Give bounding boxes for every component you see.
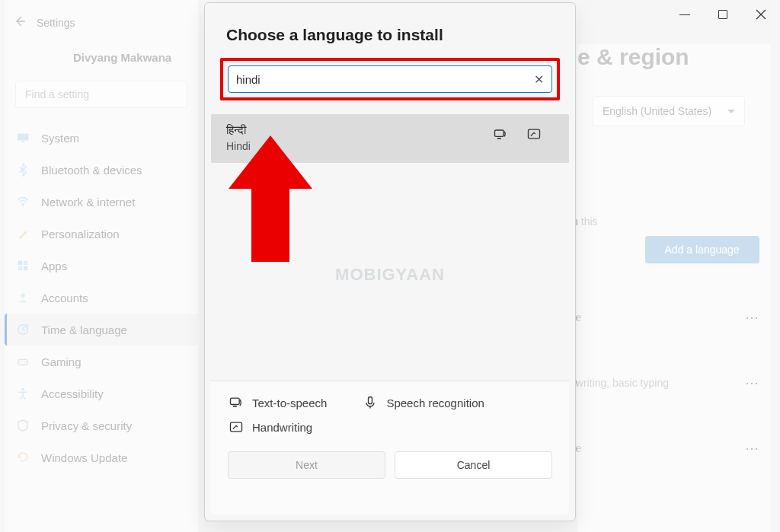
sidebar-item-personalization[interactable]: Personalization [5,218,198,250]
clear-search-button[interactable]: ✕ [534,72,544,87]
chevron-down-icon [727,110,735,113]
svg-rect-6 [24,266,27,270]
sidebar-item-label: Windows Update [41,451,127,464]
search-input-value: hindi [236,73,261,86]
bluetooth-icon [15,162,30,177]
brush-icon [15,226,30,241]
add-language-button[interactable]: Add a language [645,236,759,263]
svg-rect-4 [24,261,27,265]
handwriting-icon [228,419,245,435]
accounts-icon [15,290,30,305]
svg-point-12 [24,362,26,363]
sidebar-item-apps[interactable]: Apps [5,250,198,282]
language-result-hindi[interactable]: हिन्दी Hindi [211,114,569,163]
sidebar-item-label: Time & language [41,323,127,336]
sidebar-item-label: Gaming [41,355,82,368]
sidebar-item-label: Bluetooth & devices [41,164,142,177]
language-row[interactable]: dwriting, basic typing ⋯ [577,370,771,396]
more-button[interactable]: ⋯ [739,370,765,396]
sidebar-item-gaming[interactable]: Gaming [5,346,198,377]
sidebar-item-time-language[interactable]: Time & language [5,314,198,346]
svg-rect-17 [231,398,240,404]
wifi-icon [15,194,30,209]
svg-point-2 [22,205,24,206]
svg-rect-19 [369,397,372,404]
gaming-icon [15,354,30,369]
page-title: e & region [577,44,771,70]
shield-icon [15,418,30,433]
clock-icon [15,322,30,337]
sidebar-item-label: Personalization [41,228,120,241]
svg-rect-10 [18,359,28,365]
cancel-button[interactable]: Cancel [395,451,552,479]
sidebar-item-accessibility[interactable]: Accessibility [5,377,198,409]
apps-icon [15,258,30,273]
svg-rect-15 [497,138,501,139]
microphone-icon [362,395,379,410]
back-arrow-button[interactable] [14,15,26,30]
sidebar-item-system[interactable]: System [5,122,198,154]
sidebar-item-accounts[interactable]: Accounts [5,282,198,314]
sidebar-item-label: Privacy & security [41,419,132,432]
sidebar-item-label: Accounts [41,291,88,304]
language-row[interactable]: ge ⋯ [577,304,771,330]
sidebar: Settings Divyang Makwana Find a setting … [5,0,198,532]
sidebar-item-privacy-security[interactable]: Privacy & security [5,409,198,441]
feature-tts: Text-to-speech [228,395,327,410]
window-maximize-button[interactable] [714,6,731,23]
sidebar-item-label: Accessibility [41,387,104,400]
feature-speech-recognition: Speech recognition [362,395,484,410]
language-search-input[interactable]: hindi ✕ [228,65,552,93]
sidebar-item-windows-update[interactable]: Windows Update [5,441,198,473]
feature-handwriting: Handwriting [228,419,312,435]
svg-rect-18 [233,406,237,407]
display-language-dropdown[interactable]: English (United States) [593,96,745,126]
next-button[interactable]: Next [228,451,385,479]
back-arrow-icon [14,15,26,27]
sidebar-item-label: Network & internet [41,196,135,209]
svg-rect-14 [495,130,504,136]
tts-icon [493,126,508,145]
system-icon [15,130,30,145]
svg-rect-16 [529,129,540,139]
accessibility-icon [15,386,30,401]
svg-rect-1 [21,142,24,142]
svg-point-9 [24,324,28,328]
svg-point-7 [21,294,24,298]
tts-icon [228,395,245,410]
more-button[interactable]: ⋯ [739,304,765,330]
sidebar-item-bluetooth-devices[interactable]: Bluetooth & devices [5,154,198,186]
handwriting-icon [526,126,542,145]
svg-point-13 [21,388,24,391]
sidebar-item-label: Apps [41,260,67,272]
watermark: MOBIGYAAN [205,265,575,285]
svg-rect-3 [18,261,22,265]
user-name: Divyang Makwana [73,51,198,64]
sidebar-item-network-internet[interactable]: Network & internet [5,186,198,218]
svg-point-11 [20,362,21,363]
dialog-footer: Text-to-speech Speech recognition Handwr… [211,381,569,514]
choose-language-dialog: Choose a language to install hindi ✕ हिन… [204,2,576,521]
svg-rect-5 [18,266,22,270]
window-close-button[interactable] [753,6,769,23]
sidebar-search-placeholder: Find a setting [25,88,89,100]
content-pane: e & region English (United States) in th… [577,44,771,532]
language-row[interactable]: ge ⋯ [577,435,771,461]
sidebar-item-label: System [41,132,79,145]
svg-rect-0 [18,134,28,141]
display-language-value: English (United States) [603,105,711,117]
search-highlight-annotation: hindi ✕ [220,58,560,100]
more-button[interactable]: ⋯ [739,435,765,461]
sidebar-search-input[interactable]: Find a setting [15,81,187,108]
app-title: Settings [37,17,75,29]
update-icon [15,450,30,465]
dialog-title: Choose a language to install [205,3,575,56]
svg-rect-20 [231,422,242,432]
close-icon [756,9,766,20]
window-minimize-button[interactable] [676,6,693,23]
